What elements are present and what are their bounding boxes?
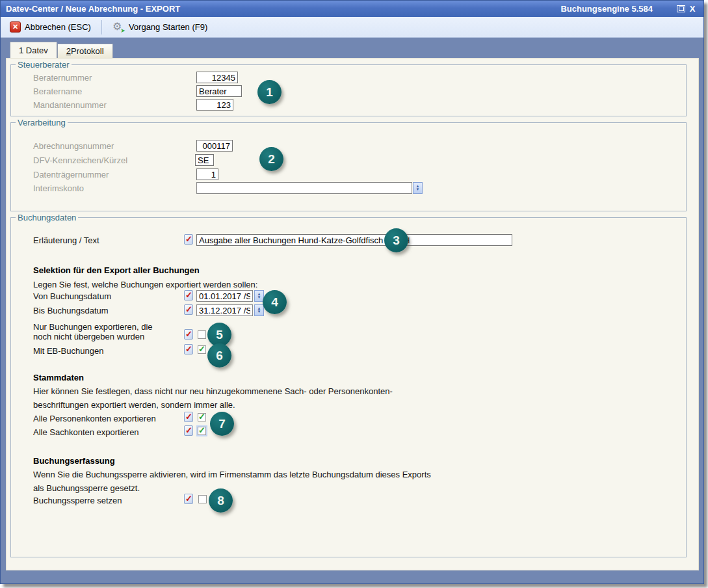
datentraegernummer-label: Datenträgernummer [33,170,109,180]
sachkonten-checkbox[interactable] [198,427,206,435]
field-modified-check-icon[interactable] [184,290,193,301]
cancel-button-label: Abbrechen (ESC) [25,22,91,32]
field-modified-check-icon[interactable] [184,412,193,422]
von-buchungsdatum-field[interactable] [196,290,253,302]
spinner-down-icon: ▼ [416,188,420,191]
group-verarbeitung-legend: Verarbeitung [16,118,68,127]
bis-buchungsdatum-field[interactable] [196,304,253,316]
interimskonto-field[interactable] [196,182,412,194]
start-process-button[interactable]: Vorgang Starten (F9) [107,20,213,35]
beratername-field[interactable] [196,85,242,97]
field-modified-check-icon[interactable] [184,304,193,315]
field-modified-check-icon[interactable] [184,234,193,245]
nur-buchungen-label-line1: Nur Buchungen exportieren, die [33,322,153,332]
cancel-x-icon: ✕ [10,21,21,33]
spinner-down-icon: ▼ [257,310,261,314]
beraternummer-field[interactable] [196,72,238,83]
field-modified-check-icon[interactable] [184,494,193,504]
tab-strip: 1 Datev 2 Protokoll [1,38,703,58]
spinner-down-icon: ▼ [257,296,261,299]
sachkonten-label: Alle Sachkonten exportieren [33,427,139,437]
window-title: Datev-Center / Neue Abrechnung - EXPORT [6,4,180,14]
restore-button[interactable] [675,4,687,14]
buchungssperre-label: Buchungssperre setzen [33,496,122,505]
von-buchungsdatum-label: Von Buchungsdatum [33,291,111,301]
toolbar: ✕ Abbrechen (ESC) Vorgang Starten (F9) [1,17,703,38]
abrechnungsnummer-label: Abrechnungsnummer [33,141,114,151]
mandantennummer-label: Mandantennummer [33,100,107,110]
personenkonten-checkbox[interactable] [198,413,206,421]
tab-protokoll[interactable]: 2 Protokoll [57,44,113,58]
tab-protokoll-label: Protokoll [71,46,104,56]
nur-buchungen-checkbox[interactable] [198,330,206,339]
selektion-heading: Selektion für den Export aller Buchungen [33,265,200,275]
annotation-badge-8: 8 [209,488,233,513]
beratername-label: Beratername [33,87,82,96]
group-steuerberater-legend: Steuerberater [16,60,72,70]
buchungserfassung-heading: Buchungserfassung [33,456,115,466]
datentraegernummer-field[interactable] [196,168,218,180]
field-modified-check-icon[interactable] [184,425,193,436]
erlaeuterung-field[interactable] [196,234,512,246]
buchungserfassung-text-line2: als Buchungssperre gesetzt. [33,483,140,493]
annotation-badge-7: 7 [210,412,234,436]
erlaeuterung-label: Erläuterung / Text [33,235,99,245]
close-icon: X [690,5,696,13]
tab-datev[interactable]: 1 Datev [10,42,57,58]
stammdaten-text-line1: Hier können Sie festlegen, dass nicht nu… [33,386,393,396]
start-button-label: Vorgang Starten (F9) [129,22,207,32]
abrechnungsnummer-field[interactable] [196,140,233,152]
tab-protokoll-accel: 2 [66,46,71,56]
group-steuerberater: Steuerberater Beraternummer Beratername … [10,64,687,116]
close-button[interactable]: X [687,4,698,14]
nur-buchungen-label-line2: noch nicht übergeben wurden [33,332,144,341]
toolbar-separator [101,20,102,34]
bis-datum-spinner[interactable]: ▲▼ [254,304,264,316]
tab-datev-label: 1 Datev [19,46,48,55]
group-verarbeitung: Verarbeitung Abrechnungsnummer DFV-Kennz… [10,122,687,211]
annotation-badge-1: 1 [257,80,282,104]
mandantennummer-field[interactable] [196,99,233,111]
personenkonten-label: Alle Personenkonten exportieren [33,414,156,423]
bis-buchungsdatum-label: Bis Buchungsdatum [33,306,109,315]
stammdaten-text-line2: beschriftungen exportiert werden, sonder… [33,400,235,410]
content-panel: Steuerberater Beraternummer Beratername … [6,58,699,570]
field-modified-check-icon[interactable] [184,329,193,340]
gear-run-icon [112,21,125,33]
dialog-window: Datev-Center / Neue Abrechnung - EXPORT … [0,0,704,584]
annotation-badge-4: 4 [263,290,287,314]
annotation-badge-3: 3 [384,228,408,252]
group-buchungsdaten: Buchungsdaten Erläuterung / Text Selekti… [10,217,687,557]
annotation-badge-2: 2 [259,147,283,171]
selektion-intro: Legen Sie fest, welche Buchungen exporti… [33,280,257,289]
app-version: Buchungsengine 5.584 [560,4,653,14]
group-buchungsdaten-legend: Buchungsdaten [16,213,78,222]
beraternummer-label: Beraternummer [33,73,92,83]
stammdaten-heading: Stammdaten [33,373,84,382]
buchungssperre-checkbox[interactable] [198,495,207,503]
restore-icon [677,5,685,12]
cancel-button[interactable]: ✕ Abbrechen (ESC) [5,20,96,34]
dfv-kennzeichen-label: DFV-Kennzeichen/Kürzel [33,155,127,165]
titlebar: Datev-Center / Neue Abrechnung - EXPORT … [1,1,703,17]
dfv-kennzeichen-field[interactable] [195,154,214,166]
mit-eb-buchungen-label: Mit EB-Buchungen [33,346,103,356]
field-modified-check-icon[interactable] [184,344,193,354]
buchungserfassung-text-line1: Wenn Sie die Buchungssperre aktivieren, … [33,470,431,479]
interimskonto-label: Interimskonto [33,183,84,193]
interimskonto-spinner[interactable]: ▲▼ [413,182,423,194]
mit-eb-buchungen-checkbox[interactable] [198,345,206,354]
annotation-badge-6: 6 [207,343,231,368]
